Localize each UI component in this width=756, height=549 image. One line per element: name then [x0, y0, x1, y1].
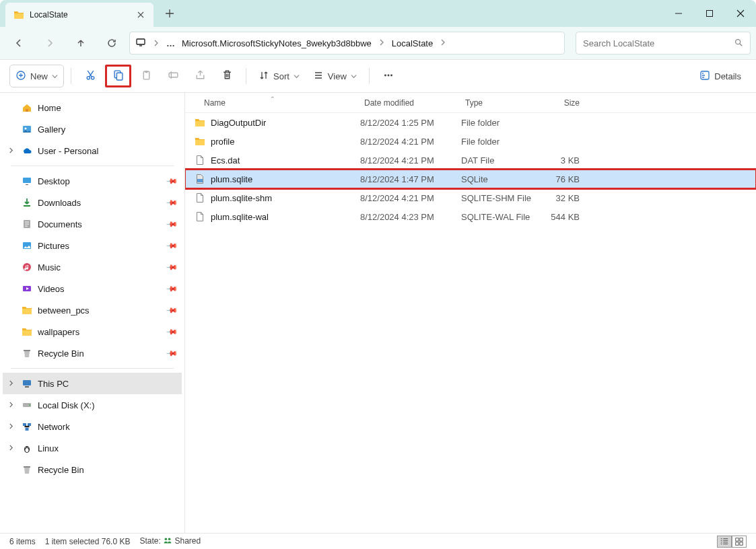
sidebar-music[interactable]: Music📌 — [3, 256, 182, 278]
video-icon — [22, 283, 32, 294]
col-type[interactable]: Type — [461, 98, 542, 108]
sidebar-item-label: Videos — [38, 284, 65, 294]
status-item-count: 6 items — [9, 537, 36, 546]
new-tab-button[interactable] — [160, 4, 179, 23]
sidebar-local-disk[interactable]: Local Disk (X:) — [3, 394, 182, 416]
sidebar-item-label: Recycle Bin — [38, 465, 84, 475]
file-row[interactable]: Ecs.dat 8/12/2024 4:21 PM DAT File 3 KB — [185, 151, 756, 170]
sidebar-between-pcs[interactable]: between_pcs📌 — [3, 299, 182, 321]
file-row-selected[interactable]: plum.sqlite 8/12/2024 1:47 PM SQLite 76 … — [185, 170, 756, 188]
tab-localstate[interactable]: LocalState — [5, 3, 153, 27]
view-toggle — [717, 536, 747, 548]
chevron-down-icon — [351, 71, 357, 81]
rename-button[interactable] — [161, 65, 185, 87]
sidebar-recycle-bin[interactable]: Recycle Bin📌 — [3, 342, 182, 364]
sort-button[interactable]: Sort — [253, 65, 305, 87]
pc-icon — [22, 378, 32, 389]
view-button[interactable]: View — [308, 65, 362, 87]
minimize-button[interactable] — [663, 0, 694, 27]
col-name[interactable]: Name⌃ — [185, 98, 360, 108]
sidebar-network[interactable]: Network — [3, 416, 182, 437]
sidebar-recycle-bin-2[interactable]: Recycle Bin — [3, 459, 182, 480]
chevron-right-icon[interactable] — [8, 402, 14, 409]
paste-button[interactable] — [134, 65, 158, 87]
chevron-right-icon[interactable] — [8, 380, 14, 388]
col-date[interactable]: Date modified — [360, 98, 461, 108]
chevron-down-icon — [52, 71, 58, 81]
pin-icon: 📌 — [165, 174, 178, 187]
sidebar-home[interactable]: Home — [3, 97, 182, 118]
delete-button[interactable] — [215, 65, 239, 87]
copy-button[interactable] — [105, 65, 131, 87]
sidebar-item-label: wallpapers — [38, 327, 79, 337]
file-row[interactable]: DiagOutputDir 8/12/2024 1:25 PM File fol… — [185, 113, 756, 132]
music-icon — [22, 262, 32, 272]
cut-icon — [85, 69, 96, 83]
chevron-right-icon[interactable] — [440, 39, 446, 47]
search-box[interactable] — [576, 32, 751, 54]
search-icon[interactable] — [734, 38, 743, 49]
sidebar-documents[interactable]: Documents📌 — [3, 213, 182, 235]
forward-button[interactable] — [36, 31, 63, 55]
sidebar-linux[interactable]: Linux — [3, 437, 182, 459]
tab-close-button[interactable] — [136, 10, 145, 20]
file-row[interactable]: plum.sqlite-shm 8/12/2024 4:21 PM SQLITE… — [185, 188, 756, 207]
sidebar-this-pc[interactable]: This PC — [3, 373, 182, 394]
pictures-icon — [22, 240, 32, 251]
chevron-right-icon[interactable] — [153, 38, 160, 48]
file-list: Name⌃ Date modified Type Size DiagOutput… — [185, 93, 756, 533]
sidebar-pictures[interactable]: Pictures📌 — [3, 235, 182, 256]
breadcrumb-seg1[interactable]: Microsoft.MicrosoftStickyNotes_8wekyb3d8… — [182, 38, 372, 48]
close-button[interactable] — [725, 0, 756, 27]
search-input[interactable] — [583, 38, 728, 48]
file-date: 8/12/2024 1:47 PM — [360, 174, 461, 184]
file-name: plum.sqlite — [211, 174, 252, 184]
maximize-button[interactable] — [694, 0, 725, 27]
sidebar-item-label: User - Personal — [38, 146, 98, 156]
breadcrumb-seg2[interactable]: LocalState — [392, 38, 433, 48]
share-button[interactable] — [188, 65, 212, 87]
tab-title: LocalState — [30, 10, 131, 20]
cut-button[interactable] — [78, 65, 102, 87]
sidebar-user-personal[interactable]: User - Personal — [3, 140, 182, 161]
pin-icon: 📌 — [165, 239, 178, 252]
address-bar[interactable]: … Microsoft.MicrosoftStickyNotes_8wekyb3… — [129, 32, 565, 54]
up-button[interactable] — [67, 31, 94, 55]
sidebar-gallery[interactable]: Gallery — [3, 118, 182, 140]
file-type: SQLITE-WAL File — [461, 212, 542, 222]
sidebar-desktop[interactable]: Desktop📌 — [3, 170, 182, 192]
file-name: profile — [211, 137, 234, 147]
divider — [369, 68, 370, 84]
sidebar-downloads[interactable]: Downloads📌 — [3, 192, 182, 213]
chevron-right-icon[interactable] — [8, 147, 14, 155]
sidebar-wallpapers[interactable]: wallpapers📌 — [3, 321, 182, 342]
home-icon — [22, 102, 32, 113]
refresh-button[interactable] — [98, 31, 125, 55]
sidebar-videos[interactable]: Videos📌 — [3, 278, 182, 299]
back-button[interactable] — [5, 31, 32, 55]
divider — [246, 68, 246, 84]
new-label: New — [30, 71, 48, 81]
chevron-right-icon[interactable] — [8, 445, 14, 452]
info-icon — [699, 70, 710, 83]
thumbnails-view-button[interactable] — [732, 536, 747, 548]
disk-icon — [22, 400, 32, 410]
more-button[interactable] — [376, 65, 401, 87]
col-size[interactable]: Size — [542, 98, 589, 108]
file-date: 8/12/2024 4:21 PM — [360, 155, 461, 166]
ellipsis-icon[interactable]: … — [166, 38, 175, 48]
sidebar-item-label: Downloads — [38, 198, 81, 208]
chevron-right-icon[interactable] — [8, 423, 14, 431]
details-button[interactable]: Details — [694, 65, 747, 87]
chevron-right-icon[interactable] — [378, 39, 385, 47]
copy-icon — [112, 69, 124, 83]
divider — [11, 166, 174, 166]
new-button[interactable]: New — [9, 65, 64, 87]
download-icon — [22, 197, 32, 208]
document-icon — [22, 219, 32, 229]
file-type: File folder — [461, 118, 542, 128]
details-view-button[interactable] — [717, 536, 732, 548]
file-row[interactable]: plum.sqlite-wal 8/12/2024 4:23 PM SQLITE… — [185, 207, 756, 226]
divider — [71, 68, 71, 84]
file-row[interactable]: profile 8/12/2024 4:21 PM File folder — [185, 132, 756, 151]
